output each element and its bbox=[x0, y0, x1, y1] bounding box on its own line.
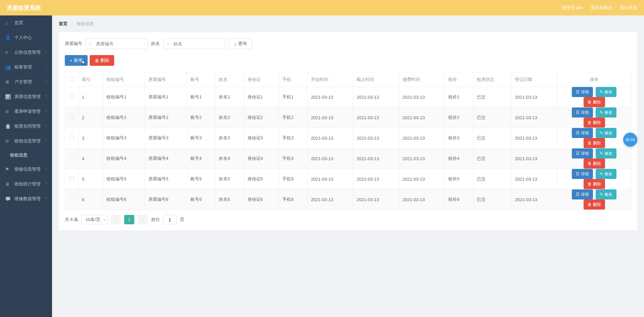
delete-button[interactable]: 🗑 删除 bbox=[90, 55, 114, 66]
table-cell: 2021-03-13 bbox=[399, 107, 445, 128]
menu-icon: 🖥 bbox=[5, 79, 11, 85]
table-cell: 5 bbox=[79, 169, 103, 189]
trash-icon: 🗑 bbox=[588, 182, 592, 186]
submenu-rent-info[interactable]: 收租信息 bbox=[0, 148, 52, 162]
menu-label: 报修信息管理 bbox=[14, 166, 41, 172]
sidebar-item-6[interactable]: ⊘看房申请管理˅ bbox=[0, 104, 52, 119]
table-cell: 账号3 bbox=[187, 128, 216, 148]
trash-icon: 🗑 bbox=[588, 202, 592, 207]
table-cell: 2021-03-13 bbox=[307, 87, 353, 107]
table-cell: 3 bbox=[79, 128, 103, 148]
goto-page-input[interactable] bbox=[163, 215, 177, 224]
table-cell: 2021-03-13 bbox=[511, 87, 557, 107]
prev-page-button[interactable]: ‹ bbox=[111, 215, 121, 224]
menu-icon: 💬 bbox=[5, 196, 11, 201]
search-label-house: 房屋编号 bbox=[65, 41, 82, 47]
menu-icon: ⚑ bbox=[5, 167, 11, 172]
sidebar-item-10[interactable]: 🖥收租统计管理˅ bbox=[0, 177, 52, 191]
sidebar-item-9[interactable]: ⚑报修信息管理˅ bbox=[0, 162, 52, 177]
row-checkbox[interactable] bbox=[70, 197, 74, 201]
sidebar-item-5[interactable]: 📊房屋信息管理˅ bbox=[0, 89, 52, 104]
detail-button[interactable]: ☰ 详情 bbox=[572, 189, 593, 199]
detail-button[interactable]: ☰ 详情 bbox=[572, 128, 593, 138]
table-cell: 已交 bbox=[473, 87, 511, 107]
chevron-down-icon: ˅ bbox=[45, 36, 47, 40]
menu-label: 个人中心 bbox=[14, 35, 32, 41]
search-label-name: 姓名 bbox=[151, 41, 160, 47]
page-number-1[interactable]: 1 bbox=[124, 215, 134, 224]
table-cell: 2021-03-13 bbox=[307, 189, 353, 210]
sidebar-item-11[interactable]: 💬维修数据管理˅ bbox=[0, 191, 52, 206]
exit-login-link[interactable]: 退出登录 bbox=[620, 5, 637, 11]
table-cell: 2021-03-13 bbox=[307, 107, 353, 128]
row-checkbox[interactable] bbox=[70, 115, 74, 120]
table-cell: 账号1 bbox=[187, 87, 216, 107]
list-icon: ☰ bbox=[576, 151, 580, 156]
table-row: 1收租编号1房屋编号1账号1姓名1身份证1手机12021-03-132021-0… bbox=[65, 87, 631, 107]
next-page-button[interactable]: › bbox=[138, 215, 148, 224]
chevron-down-icon: ˅ bbox=[45, 51, 47, 54]
edit-button[interactable]: ✎ 修改 bbox=[596, 189, 616, 199]
app-title: 房屋租赁系统 bbox=[7, 4, 41, 12]
exit-front-link[interactable]: 退出到前台 bbox=[591, 5, 612, 11]
row-delete-button[interactable]: 🗑 删除 bbox=[584, 118, 605, 128]
sidebar: ⌂首页👤个人中心˅≡公告信息管理˅👥租客管理˅🖥户主管理˅📊房屋信息管理˅⊘看房… bbox=[0, 15, 52, 317]
table-cell: 账号4 bbox=[187, 148, 216, 169]
menu-label: 看房申请管理 bbox=[14, 108, 41, 115]
menu-icon: ⊘ bbox=[5, 138, 11, 144]
table-cell: 2021-03-13 bbox=[353, 148, 399, 169]
edit-button[interactable]: ✎ 修改 bbox=[596, 169, 616, 179]
sidebar-item-7[interactable]: 📋租赁合同管理˅ bbox=[0, 119, 52, 134]
menu-label: 户主管理 bbox=[14, 79, 32, 85]
timer-badge: 05:26 bbox=[623, 133, 637, 147]
row-delete-button[interactable]: 🗑 删除 bbox=[584, 97, 605, 107]
query-button[interactable]: ⌕ 查询 bbox=[229, 38, 252, 49]
table-cell: 姓名1 bbox=[215, 87, 244, 107]
row-delete-button[interactable]: 🗑 删除 bbox=[584, 158, 605, 169]
sidebar-item-3[interactable]: 👥租客管理˅ bbox=[0, 60, 52, 75]
breadcrumb-separator: / bbox=[72, 21, 73, 26]
table-cell: 姓名5 bbox=[215, 169, 244, 189]
detail-button[interactable]: ☰ 详情 bbox=[572, 169, 593, 179]
add-button[interactable]: + 新增 bbox=[65, 55, 88, 66]
column-header: 手机 bbox=[279, 72, 308, 87]
detail-button[interactable]: ☰ 详情 bbox=[572, 87, 593, 97]
select-all-checkbox[interactable] bbox=[70, 77, 74, 81]
sidebar-item-8[interactable]: ⊘收租信息管理˄ bbox=[0, 134, 52, 148]
action-cell: ☰ 详情 ✎ 修改 🗑 删除 bbox=[557, 128, 631, 148]
row-delete-button[interactable]: 🗑 删除 bbox=[584, 199, 605, 210]
row-delete-button[interactable]: 🗑 删除 bbox=[584, 179, 605, 189]
table-cell: 已交 bbox=[473, 148, 511, 169]
table-row: 3收租编号3房屋编号3账号3姓名3身份证3手机32021-03-132021-0… bbox=[65, 128, 631, 148]
detail-button[interactable]: ☰ 详情 bbox=[572, 107, 593, 118]
name-input[interactable] bbox=[163, 38, 225, 49]
action-cell: ☰ 详情 ✎ 修改 🗑 删除 bbox=[557, 169, 631, 189]
sidebar-item-0[interactable]: ⌂首页 bbox=[0, 15, 52, 30]
table-cell: 2021-03-13 bbox=[353, 169, 399, 189]
row-checkbox[interactable] bbox=[70, 94, 74, 99]
table-cell: 2021-03-13 bbox=[307, 148, 353, 169]
list-icon: ☰ bbox=[576, 192, 580, 197]
house-number-input[interactable] bbox=[86, 38, 148, 49]
detail-button[interactable]: ☰ 详情 bbox=[572, 148, 593, 158]
table-row: 6收租编号6房屋编号6账号6姓名6身份证6手机62021-03-132021-0… bbox=[65, 189, 631, 210]
edit-button[interactable]: ✎ 修改 bbox=[596, 107, 616, 118]
sidebar-item-2[interactable]: ≡公告信息管理˅ bbox=[0, 45, 52, 60]
row-checkbox[interactable] bbox=[70, 135, 74, 140]
breadcrumb-home[interactable]: 首页 bbox=[59, 21, 67, 26]
admin-label[interactable]: 管理员 abo bbox=[562, 5, 583, 11]
sidebar-item-1[interactable]: 👤个人中心˅ bbox=[0, 30, 52, 45]
sidebar-item-4[interactable]: 🖥户主管理˅ bbox=[0, 75, 52, 89]
row-checkbox[interactable] bbox=[70, 176, 74, 181]
edit-button[interactable]: ✎ 修改 bbox=[596, 87, 616, 97]
row-checkbox[interactable] bbox=[70, 156, 74, 161]
edit-button[interactable]: ✎ 修改 bbox=[596, 148, 616, 158]
column-header: 收租编号 bbox=[103, 72, 145, 87]
menu-label: 收租信息管理 bbox=[14, 138, 41, 144]
search-icon: ⌕ bbox=[167, 41, 169, 46]
per-page-select[interactable]: 10条/页 bbox=[82, 215, 107, 224]
edit-button[interactable]: ✎ 修改 bbox=[596, 128, 616, 138]
table-cell: 手机6 bbox=[279, 189, 308, 210]
edit-icon: ✎ bbox=[600, 172, 603, 176]
row-delete-button[interactable]: 🗑 删除 bbox=[584, 138, 605, 148]
